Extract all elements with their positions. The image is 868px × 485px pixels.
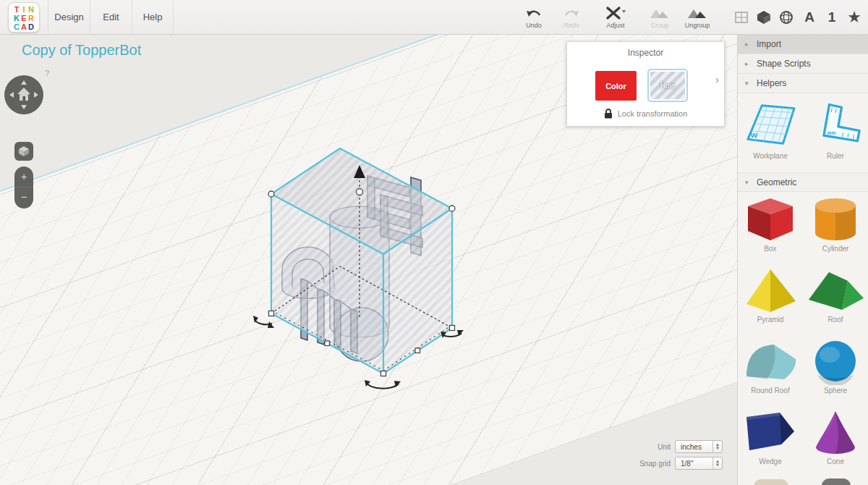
svg-text:N: N xyxy=(28,5,34,14)
snap-stepper-icon[interactable]: ▲▼ xyxy=(712,457,722,469)
redo-icon xyxy=(553,6,590,20)
unit-select[interactable]: inches ▲▼ xyxy=(675,440,723,453)
section-import[interactable]: ▸ Import xyxy=(738,35,868,54)
helper-label: Workplane xyxy=(738,152,803,160)
inspector-title: Inspector xyxy=(567,48,724,58)
adjust-button[interactable]: Adjust xyxy=(590,0,641,29)
shape-cone[interactable]: Cone xyxy=(803,408,868,465)
workplane-helper-icon[interactable]: W xyxy=(738,98,803,151)
tinkercad-logo-letters: T I N K E R C A D xyxy=(9,3,39,32)
zoom-out-button[interactable]: − xyxy=(14,187,33,208)
svg-text:E: E xyxy=(21,14,26,22)
pan-left-icon xyxy=(9,92,14,98)
section-helpers[interactable]: ▾ Helpers xyxy=(738,74,868,93)
lock-label: Lock transformation xyxy=(618,109,688,118)
ungroup-button[interactable]: Ungroup xyxy=(678,0,716,29)
top-toolbar: T I N K E R C A D Design Edit Help Undo xyxy=(0,0,868,35)
svg-text:A: A xyxy=(21,22,27,31)
pan-up-icon xyxy=(21,80,27,85)
undo-icon xyxy=(515,6,553,20)
edit-actions: Undo Redo Adjust Group xyxy=(515,0,716,34)
svg-text:C: C xyxy=(14,22,20,31)
redo-button[interactable]: Redo xyxy=(553,0,590,29)
tinkercad-logo[interactable]: T I N K E R C A D xyxy=(8,2,40,33)
group-icon xyxy=(641,6,678,20)
pan-right-icon xyxy=(34,92,38,98)
workplane-icon[interactable] xyxy=(734,10,750,25)
svg-text:R: R xyxy=(28,14,34,22)
shapes-sidebar: ▸ Import ▸ Shape Scripts ▾ Helpers W xyxy=(737,35,868,485)
hole-swatch[interactable]: Hole xyxy=(647,69,688,102)
symbols-icon[interactable]: ★ xyxy=(846,9,862,25)
section-geometric[interactable]: ▾ Geometric xyxy=(738,172,868,192)
menu-edit[interactable]: Edit xyxy=(90,0,132,34)
shape-wedge[interactable]: Wedge xyxy=(738,408,803,465)
viewport[interactable]: Copy of TopperBot ? + − xyxy=(0,35,737,485)
design-title: Copy of TopperBot xyxy=(22,42,141,59)
svg-text:mm: mm xyxy=(827,130,836,135)
snap-grid-setting: Snap grid 1/8" ▲▼ xyxy=(639,457,723,470)
adjust-icon xyxy=(590,6,641,20)
numbers-icon[interactable]: 1 xyxy=(824,9,840,25)
expanded-caret-icon: ▾ xyxy=(745,74,749,93)
expanded-caret-icon: ▾ xyxy=(745,173,749,193)
shape-category-bar: A 1 ★ xyxy=(734,0,862,34)
zoom-in-button[interactable]: + xyxy=(14,166,33,187)
menu-bar: Design Edit Help xyxy=(48,0,174,34)
lock-icon xyxy=(604,109,613,119)
unit-setting: Unit inches ▲▼ xyxy=(658,440,723,453)
section-shape-scripts[interactable]: ▸ Shape Scripts xyxy=(738,54,868,74)
unit-stepper-icon[interactable]: ▲▼ xyxy=(712,441,722,452)
color-swatch[interactable]: Color xyxy=(595,71,637,101)
ruler-helper-icon[interactable]: mm xyxy=(803,98,868,151)
menu-design[interactable]: Design xyxy=(48,0,90,34)
inspector-expand-chevron[interactable]: › xyxy=(715,74,719,85)
unit-label: Unit xyxy=(658,443,671,451)
shape-pyramid[interactable]: Pyramid xyxy=(738,266,803,324)
svg-text:T: T xyxy=(14,5,20,14)
svg-text:K: K xyxy=(14,14,20,22)
undo-button[interactable]: Undo xyxy=(515,0,553,29)
group-button[interactable]: Group xyxy=(641,0,678,29)
fit-view-button[interactable] xyxy=(14,142,33,161)
helper-label: Ruler xyxy=(803,152,868,160)
shape-round-roof[interactable]: Round Roof xyxy=(738,337,803,395)
shape-sphere[interactable]: Sphere xyxy=(803,337,868,395)
hole-box-faces xyxy=(271,148,452,374)
pan-down-icon xyxy=(21,105,27,109)
inspector-panel: Inspector Color Hole › Lock transformati… xyxy=(566,41,725,127)
snap-grid-select[interactable]: 1/8" ▲▼ xyxy=(675,457,723,470)
home-icon xyxy=(17,88,30,94)
nav-help-mark[interactable]: ? xyxy=(45,69,49,77)
menu-help[interactable]: Help xyxy=(132,0,174,34)
svg-text:W: W xyxy=(751,131,758,139)
letters-icon[interactable]: A xyxy=(801,9,817,25)
ungroup-icon xyxy=(678,6,716,20)
svg-text:I: I xyxy=(22,5,25,14)
zoom-control: + − xyxy=(14,166,33,208)
shape-roof[interactable]: Roof xyxy=(803,266,868,324)
svg-text:D: D xyxy=(28,22,34,31)
shape-box[interactable]: Box xyxy=(738,195,803,253)
collapsed-caret-icon: ▸ xyxy=(745,35,749,54)
hole-swatch-stripes: Hole xyxy=(650,72,685,99)
holes-sphere-icon[interactable] xyxy=(779,10,795,25)
geometric-cube-icon[interactable] xyxy=(757,10,773,25)
model-topperbot[interactable] xyxy=(253,134,479,395)
view-navigation-pad[interactable] xyxy=(4,75,43,114)
snap-grid-label: Snap grid xyxy=(639,460,671,468)
lock-transformation[interactable]: Lock transformation xyxy=(567,109,724,119)
collapsed-caret-icon: ▸ xyxy=(745,54,749,74)
raise-handle-dot xyxy=(357,189,363,195)
shape-cylinder[interactable]: Cylinder xyxy=(803,195,868,253)
partial-shapes-row xyxy=(738,476,868,485)
